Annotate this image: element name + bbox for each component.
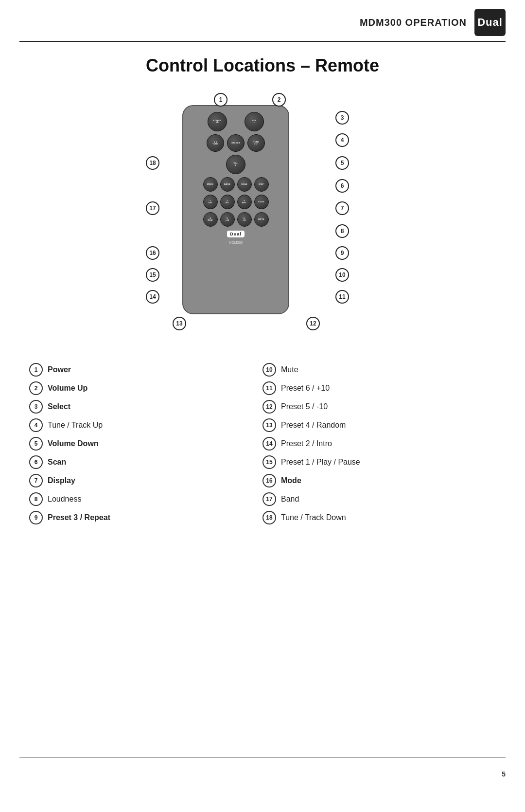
callout-3: 3 <box>335 111 349 125</box>
callout-6: 6 <box>335 179 349 193</box>
tune-right-button[interactable]: TUNE►► <box>247 134 265 152</box>
callout-13: 13 <box>173 317 186 330</box>
legend-num-2: 2 <box>29 381 43 395</box>
page-title: Control Locations – Remote <box>0 55 525 76</box>
callout-10: 10 <box>335 268 349 282</box>
callout-4: 4 <box>335 133 349 147</box>
remote-model-label: MDM300 <box>229 241 243 244</box>
legend-item-11: 11 Preset 6 / +10 <box>262 381 496 395</box>
legend-label-7: Display <box>48 476 75 485</box>
legend-item-14: 14 Preset 2 / Intro <box>262 437 496 451</box>
callout-1: 1 <box>214 93 228 107</box>
preset2-button[interactable]: 2INT <box>220 195 235 209</box>
legend-num-3: 3 <box>29 400 43 414</box>
legend-item-2: 2 Volume Up <box>29 381 262 395</box>
legend-label-12: Preset 5 / -10 <box>281 402 328 411</box>
header-title: MDM300 OPERATION <box>360 17 467 28</box>
remote-diagram-area: POWER⏻ VOL▲ ◄◄TUNE SELECT TUNE►► VOL▼ <box>97 90 428 343</box>
callout-2: 2 <box>272 93 286 107</box>
legend-num-15: 15 <box>262 455 276 469</box>
legend-label-18: Tune / Track Down <box>281 513 346 522</box>
legend-label-15: Preset 1 / Play / Pause <box>281 458 360 467</box>
legend-num-11: 11 <box>262 381 276 395</box>
callout-5: 5 <box>335 156 349 170</box>
legend-label-13: Preset 4 / Random <box>281 421 346 430</box>
legend-num-1: 1 <box>29 363 43 377</box>
disp-button[interactable]: DISP <box>254 177 269 192</box>
legend-label-17: Band <box>281 495 299 504</box>
legend-item-18: 18 Tune / Track Down <box>262 511 496 524</box>
legend-num-13: 13 <box>262 418 276 432</box>
dual-logo: Dual <box>474 9 506 36</box>
legend-item-7: 7 Display <box>29 474 262 487</box>
preset6-button[interactable]: 6-10 <box>237 212 252 227</box>
preset1-button[interactable]: 1P/P <box>203 195 218 209</box>
legend-item-9: 9 Preset 3 / Repeat <box>29 511 262 524</box>
legend-col-left: 1 Power 2 Volume Up 3 Select 4 Tune / Tr… <box>29 363 262 524</box>
legend-item-10: 10 Mute <box>262 363 496 377</box>
legend-item-16: 16 Mode <box>262 474 496 487</box>
legend-num-8: 8 <box>29 492 43 506</box>
legend-item-15: 15 Preset 1 / Play / Pause <box>262 455 496 469</box>
legend-section: 1 Power 2 Volume Up 3 Select 4 Tune / Tr… <box>0 358 525 539</box>
remote-dual-logo: Dual <box>227 231 245 237</box>
preset3-button[interactable]: 3RPT <box>237 195 252 209</box>
tune-left-button[interactable]: ◄◄TUNE <box>207 134 224 152</box>
legend-item-5: 5 Volume Down <box>29 437 262 451</box>
preset5-button[interactable]: 5+10 <box>220 212 235 227</box>
callout-14: 14 <box>146 290 159 304</box>
legend-num-5: 5 <box>29 437 43 451</box>
legend-label-5: Volume Down <box>48 439 99 448</box>
header: MDM300 OPERATION Dual <box>0 0 525 41</box>
legend-num-4: 4 <box>29 418 43 432</box>
legend-num-16: 16 <box>262 474 276 487</box>
legend-label-2: Volume Up <box>48 384 88 393</box>
legend-num-6: 6 <box>29 455 43 469</box>
legend-item-4: 4 Tune / Track Up <box>29 418 262 432</box>
legend-label-4: Tune / Track Up <box>48 421 103 430</box>
select-button[interactable]: SELECT <box>227 134 245 152</box>
legend-item-17: 17 Band <box>262 492 496 506</box>
legend-num-17: 17 <box>262 492 276 506</box>
preset4-button[interactable]: 4RDM <box>203 212 218 227</box>
power-button[interactable]: POWER⏻ <box>208 112 227 131</box>
callout-15: 15 <box>146 268 159 282</box>
vol-down-button[interactable]: VOL▼ <box>226 155 245 174</box>
callout-7: 7 <box>335 201 349 215</box>
header-divider <box>19 41 506 42</box>
legend-label-16: Mode <box>281 476 301 485</box>
legend-label-10: Mute <box>281 365 298 374</box>
legend-item-6: 6 Scan <box>29 455 262 469</box>
mute-button[interactable]: MUTE <box>254 212 269 227</box>
legend-num-9: 9 <box>29 511 43 524</box>
legend-item-13: 13 Preset 4 / Random <box>262 418 496 432</box>
mode-button[interactable]: MODE <box>203 177 218 192</box>
legend-num-12: 12 <box>262 400 276 414</box>
loud-button[interactable]: LOUD <box>254 195 269 209</box>
legend-item-1: 1 Power <box>29 363 262 377</box>
scan-button[interactable]: SCAN <box>237 177 252 192</box>
callout-12: 12 <box>306 317 320 330</box>
legend-label-8: Loudness <box>48 495 81 504</box>
callout-8: 8 <box>335 224 349 238</box>
page-number: 5 <box>0 768 525 783</box>
legend-col-right: 10 Mute 11 Preset 6 / +10 12 Preset 5 / … <box>262 363 496 524</box>
legend-num-7: 7 <box>29 474 43 487</box>
legend-label-14: Preset 2 / Intro <box>281 439 332 448</box>
legend-label-1: Power <box>48 365 71 374</box>
legend-item-3: 3 Select <box>29 400 262 414</box>
remote-body: POWER⏻ VOL▲ ◄◄TUNE SELECT TUNE►► VOL▼ <box>182 105 289 314</box>
callout-9: 9 <box>335 246 349 260</box>
band-button[interactable]: BAND <box>220 177 235 192</box>
legend-label-6: Scan <box>48 458 66 467</box>
callout-17: 17 <box>146 201 159 215</box>
legend-num-14: 14 <box>262 437 276 451</box>
legend-item-12: 12 Preset 5 / -10 <box>262 400 496 414</box>
legend-num-18: 18 <box>262 511 276 524</box>
callout-11: 11 <box>335 290 349 304</box>
callout-16: 16 <box>146 246 159 260</box>
legend-label-9: Preset 3 / Repeat <box>48 513 110 522</box>
legend-label-11: Preset 6 / +10 <box>281 384 330 393</box>
bottom-divider <box>19 758 506 758</box>
vol-up-button[interactable]: VOL▲ <box>245 112 264 131</box>
